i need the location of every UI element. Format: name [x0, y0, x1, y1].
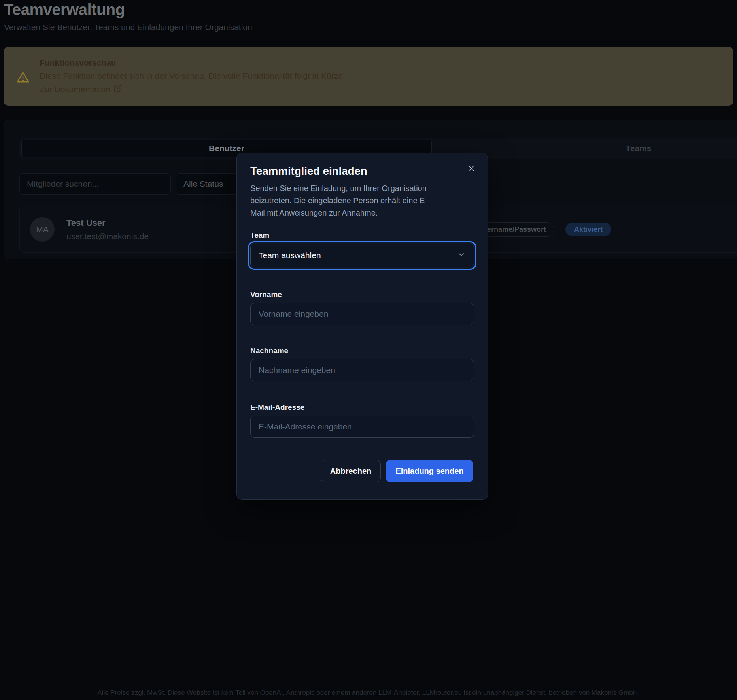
cancel-button[interactable]: Abbrechen — [321, 460, 381, 482]
user-email: user.test@makonis.de — [66, 232, 149, 241]
page-footer: Alle Preise zzgl. MwSt. Diese Website is… — [0, 685, 737, 700]
dialog-title: Teammitglied einladen — [250, 165, 473, 178]
page-title: Teamverwaltung — [4, 1, 252, 19]
status-filter-value: Alle Status — [183, 179, 223, 189]
email-field[interactable] — [250, 416, 474, 438]
close-icon[interactable] — [465, 163, 477, 174]
search-input[interactable] — [19, 173, 171, 195]
preview-banner-title: Funktionsvorschau — [40, 58, 345, 68]
preview-banner: Funktionsvorschau Diese Funktion befinde… — [4, 47, 733, 106]
documentation-link[interactable]: Zur Dokumentation — [40, 84, 122, 95]
user-name: Test User — [66, 218, 149, 228]
page-header: Teamverwaltung Verwalten Sie Benutzer, T… — [4, 1, 252, 32]
dialog-description: Senden Sie eine Einladung, um Ihrer Orga… — [250, 182, 439, 219]
page-subtitle: Verwalten Sie Benutzer, Teams und Einlad… — [4, 23, 252, 32]
warning-triangle-icon — [16, 71, 30, 95]
first-name-field[interactable] — [250, 303, 474, 325]
last-name-field-label: Nachname — [250, 346, 473, 355]
preview-banner-message: Diese Funktion befindet sich in der Vors… — [40, 71, 345, 81]
avatar: MA — [30, 217, 55, 242]
invite-member-dialog: Teammitglied einladen Senden Sie eine Ei… — [236, 153, 488, 500]
team-field-label: Team — [250, 231, 473, 240]
status-badge: Aktiviert — [565, 223, 611, 236]
team-select[interactable]: Team auswählen — [250, 244, 474, 267]
first-name-field-label: Vorname — [250, 290, 473, 299]
documentation-link-label: Zur Dokumentation — [40, 85, 110, 94]
last-name-field[interactable] — [250, 359, 474, 381]
email-field-label: E-Mail-Adresse — [250, 403, 473, 412]
chevron-down-icon — [457, 250, 466, 261]
send-invitation-button[interactable]: Einladung senden — [386, 460, 473, 482]
external-link-icon — [113, 84, 122, 95]
footer-text: Alle Preise zzgl. MwSt. Diese Website is… — [97, 689, 639, 697]
team-select-value: Team auswählen — [259, 251, 321, 260]
